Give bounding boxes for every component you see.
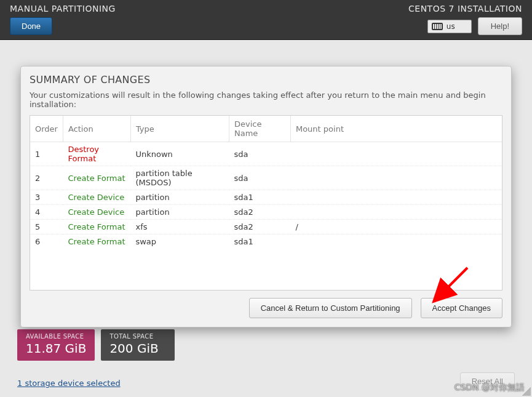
cell-type: swap: [130, 235, 229, 249]
available-space-label: AVAILABLE SPACE: [26, 333, 86, 340]
help-button[interactable]: Help!: [478, 17, 522, 35]
resize-grip-icon[interactable]: [522, 387, 531, 396]
cell-device: sda: [229, 166, 290, 190]
changes-table-wrap: Order Action Type Device Name Mount poin…: [30, 115, 502, 291]
cell-order: 3: [30, 190, 63, 205]
total-space-card: TOTAL SPACE 200 GiB: [101, 329, 175, 361]
total-space-value: 200 GiB: [109, 341, 166, 356]
cell-mount: [290, 142, 502, 166]
top-right: CENTOS 7 INSTALLATION us Help!: [408, 4, 522, 39]
cell-mount: [290, 166, 502, 190]
col-device-name[interactable]: Device Name: [229, 116, 290, 142]
cell-order: 5: [30, 220, 63, 235]
table-row[interactable]: 2Create Formatpartition table (MSDOS)sda: [30, 166, 502, 190]
changes-table: Order Action Type Device Name Mount poin…: [30, 116, 502, 249]
done-button[interactable]: Done: [10, 17, 52, 35]
keyboard-icon: [432, 23, 443, 30]
cell-type: partition: [130, 205, 229, 220]
cell-type: Unknown: [130, 142, 229, 166]
keyboard-layout-label: us: [447, 22, 455, 31]
cell-order: 2: [30, 166, 63, 190]
table-header-row: Order Action Type Device Name Mount poin…: [30, 116, 502, 142]
keyboard-layout-indicator[interactable]: us: [427, 20, 472, 33]
cell-device: sda2: [229, 205, 290, 220]
cell-device: sda1: [229, 235, 290, 249]
accept-changes-button[interactable]: Accept Changes: [421, 298, 502, 318]
cell-order: 1: [30, 142, 63, 166]
cell-order: 4: [30, 205, 63, 220]
cell-mount: /: [290, 220, 502, 235]
top-left: MANUAL PARTITIONING Done: [10, 4, 116, 39]
storage-devices-link[interactable]: 1 storage device selected: [17, 379, 121, 388]
col-type[interactable]: Type: [130, 116, 229, 142]
cell-mount: [290, 235, 502, 249]
available-space-card: AVAILABLE SPACE 11.87 GiB: [17, 329, 95, 361]
table-row[interactable]: 6Create Formatswapsda1: [30, 235, 502, 249]
cell-action: Create Format: [63, 166, 130, 190]
table-row[interactable]: 4Create Devicepartitionsda2: [30, 205, 502, 220]
cell-type: partition: [130, 190, 229, 205]
watermark: CSDN @对你無語: [455, 382, 525, 393]
cell-type: xfs: [130, 220, 229, 235]
available-space-value: 11.87 GiB: [26, 341, 86, 356]
table-row[interactable]: 3Create Devicepartitionsda1: [30, 190, 502, 205]
col-mount-point[interactable]: Mount point: [290, 116, 502, 142]
cell-action: Create Device: [63, 205, 130, 220]
installer-title: CENTOS 7 INSTALLATION: [408, 4, 522, 14]
cell-action: Destroy Format: [63, 142, 130, 166]
cell-mount: [290, 190, 502, 205]
dialog-title: SUMMARY OF CHANGES: [30, 74, 502, 86]
cell-order: 6: [30, 235, 63, 249]
cell-mount: [290, 205, 502, 220]
cell-device: sda: [229, 142, 290, 166]
cancel-button[interactable]: Cancel & Return to Custom Partitioning: [249, 298, 412, 318]
cell-type: partition table (MSDOS): [130, 166, 229, 190]
col-order[interactable]: Order: [30, 116, 63, 142]
cell-action: Create Device: [63, 190, 130, 205]
total-space-label: TOTAL SPACE: [109, 333, 166, 340]
top-bar: MANUAL PARTITIONING Done CENTOS 7 INSTAL…: [0, 0, 532, 40]
page-title: MANUAL PARTITIONING: [10, 4, 116, 14]
dialog-description: Your customizations will result in the f…: [30, 90, 502, 109]
cell-action: Create Format: [63, 220, 130, 235]
cell-action: Create Format: [63, 235, 130, 249]
table-row[interactable]: 1Destroy FormatUnknownsda: [30, 142, 502, 166]
cell-device: sda2: [229, 220, 290, 235]
col-action[interactable]: Action: [63, 116, 130, 142]
cell-device: sda1: [229, 190, 290, 205]
summary-of-changes-dialog: SUMMARY OF CHANGES Your customizations w…: [20, 66, 512, 327]
table-row[interactable]: 5Create Formatxfssda2/: [30, 220, 502, 235]
footer-area: AVAILABLE SPACE 11.87 GiB TOTAL SPACE 20…: [0, 329, 532, 397]
